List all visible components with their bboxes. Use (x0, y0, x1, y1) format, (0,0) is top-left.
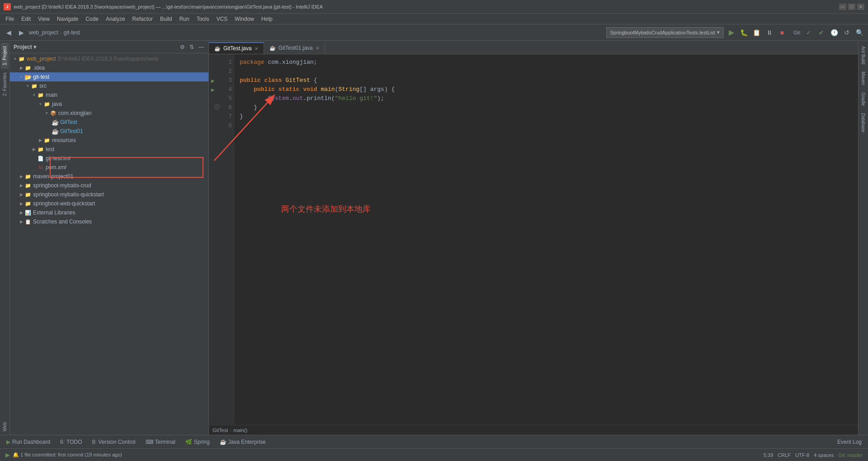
tab-git-test[interactable]: ☕ GitTest.java ✕ (209, 42, 264, 54)
bottom-tab-run-dashboard[interactable]: ▶ Run Dashboard (2, 437, 55, 447)
bottom-tab-terminal[interactable]: ⌨ Terminal (141, 437, 180, 447)
stop-button[interactable]: ■ (777, 28, 787, 38)
nav-forward-button[interactable]: ▶ (16, 28, 26, 38)
breadcrumb-project[interactable]: web_project (29, 29, 58, 36)
tree-item-java-src[interactable]: ▾ 📁 java (10, 100, 208, 109)
menu-vcs[interactable]: VCS (213, 14, 231, 24)
minimize-button[interactable]: — (839, 4, 846, 10)
window-title: web_project [D:\IntelliJ IDEA 2018.3.5\w… (14, 4, 839, 10)
right-tab-maven[interactable]: Maven (859, 68, 867, 89)
breadcrumb-class: GitTest (212, 428, 228, 433)
terminal-label: Terminal (155, 439, 175, 445)
vc-number: 9: (92, 439, 97, 445)
java-enterprise-icon: ☕ (220, 439, 226, 445)
tree-item-maven-project01[interactable]: ▶ 📁 maven-project01 (10, 172, 208, 181)
status-position: 5:39 (764, 452, 773, 458)
panel-settings-button[interactable]: ⚙ (179, 44, 186, 50)
menu-bar: File Edit View Navigate Code Analyze Ref… (0, 14, 868, 24)
status-charset: UTF-8 (795, 452, 809, 458)
event-log-button[interactable]: Event Log (833, 439, 866, 445)
spring-label: Spring (194, 439, 210, 445)
sidebar-tab-project[interactable]: 1: Project (1, 43, 9, 69)
tree-item-resources[interactable]: ▶ 📁 resources (10, 136, 208, 145)
maximize-button[interactable]: ☐ (848, 4, 855, 10)
breadcrumb-module[interactable]: git-test (64, 29, 80, 36)
menu-build[interactable]: Build (156, 14, 176, 24)
tree-item-git-test01-class[interactable]: ☕ GitTest01 (10, 127, 208, 136)
coverage-button[interactable]: 📋 (752, 28, 762, 38)
run-button[interactable]: ▶ (726, 28, 736, 38)
sidebar-tab-web[interactable]: Web (1, 418, 9, 435)
status-run-icon: ▶ (5, 451, 10, 458)
menu-run[interactable]: Run (176, 14, 193, 24)
tree-item-web-project[interactable]: ▾ 📁 web_project D:\IntelliJ IDEA 2018.3.… (10, 54, 208, 63)
close-button[interactable]: ✕ (857, 4, 864, 10)
editor-area: ☕ GitTest.java ✕ ☕ GitTest01.java ✕ ▶ ▶ (209, 41, 858, 435)
code-content[interactable]: package com.xiongjian; public class GitT… (234, 54, 858, 425)
menu-edit[interactable]: Edit (18, 14, 34, 24)
menu-navigate[interactable]: Navigate (53, 14, 82, 24)
panel-close-button[interactable]: — (198, 44, 205, 50)
pause-button[interactable]: ⏸ (764, 28, 774, 38)
menu-refactor[interactable]: Refactor (129, 14, 156, 24)
code-editor[interactable]: ▶ ▶ 1 2 3 4 5 6 ◎ 7 8 (209, 54, 858, 425)
vc-label: Version Control (99, 439, 136, 445)
tree-item-springboot-mybatis-crud[interactable]: ▶ 📁 springboot-mybatis-crud (10, 181, 208, 190)
run-dashboard-icon: ▶ (6, 439, 10, 445)
tree-item-git-test-iml[interactable]: 📄 git-test.iml (10, 154, 208, 163)
git-rollback-button[interactable]: ↺ (842, 28, 852, 38)
right-tab-gradle[interactable]: Gradle (859, 89, 867, 109)
sidebar-tab-favorites[interactable]: 2: Favorites (1, 69, 9, 100)
tree-item-git-test[interactable]: ▾ 📂 git-test (10, 72, 208, 81)
menu-help[interactable]: Help (258, 14, 276, 24)
tree-item-external-libraries[interactable]: ▶ 📊 External Libraries (10, 208, 208, 217)
tree-item-springboot-web-quickstart[interactable]: ▶ 📁 springboot-web-quickstart (10, 199, 208, 208)
menu-view[interactable]: View (34, 14, 53, 24)
nav-back-button[interactable]: ◀ (4, 28, 14, 38)
menu-tools[interactable]: Tools (193, 14, 213, 24)
panel-header: Project ▾ ⚙ ⇅ — (10, 41, 208, 53)
panel-expand-button[interactable]: ⇅ (189, 44, 195, 50)
status-indent: 4 spaces (814, 452, 834, 458)
debug-button[interactable]: 🐛 (739, 28, 749, 38)
bottom-tabs: ▶ Run Dashboard 6: TODO 9: Version Contr… (0, 435, 868, 448)
tree-item-idea[interactable]: ▶ 📁 .idea (10, 63, 208, 72)
git-label: Git: (793, 30, 801, 35)
git-commit-button[interactable]: ✓ (804, 28, 814, 38)
tree-item-pom-xml[interactable]: M pom.xml (10, 163, 208, 172)
todo-label: TODO (66, 439, 82, 445)
menu-file[interactable]: File (2, 14, 18, 24)
menu-code[interactable]: Code (82, 14, 102, 24)
status-crlf: CRLF (778, 452, 791, 458)
project-panel: Project ▾ ⚙ ⇅ — ▾ 📁 web_project D:\Intel… (10, 41, 209, 435)
annotation-text: 两个文件未添加到本地库 (281, 204, 371, 214)
status-commit-message: 🔔 1 file committed: first commit (19 min… (13, 452, 122, 458)
breadcrumb: web_project › git-test (29, 29, 80, 36)
bottom-tab-version-control[interactable]: 9: Version Control (88, 437, 140, 447)
right-tab-ant-build[interactable]: Ant Build (859, 43, 867, 68)
tree-item-springboot-mybatis-quickstart[interactable]: ▶ 📁 springboot-mybatis-quickstart (10, 190, 208, 199)
tree-item-src[interactable]: ▾ 📁 src (10, 81, 208, 90)
tree-item-com-xiongjian[interactable]: ▾ 📦 com.xiongjian (10, 109, 208, 118)
run-config-dropdown[interactable]: SpringbootMybatisCrudApplicationTests.te… (606, 27, 724, 38)
tree-item-scratches-and-consoles[interactable]: ▶ 📋 Scratches and Consoles (10, 217, 208, 226)
tab-java-icon: ☕ (214, 46, 221, 52)
right-tab-database[interactable]: Database (859, 109, 867, 136)
menu-window[interactable]: Window (231, 14, 258, 24)
tab-git-test01[interactable]: ☕ GitTest01.java ✕ (264, 42, 325, 54)
tree-item-main[interactable]: ▾ 📁 main (10, 90, 208, 100)
tab-git-test01-label: GitTest01.java (278, 45, 313, 51)
todo-number: 6: (60, 439, 65, 445)
bottom-tab-todo[interactable]: 6: TODO (56, 437, 86, 447)
menu-analyze[interactable]: Analyze (102, 14, 129, 24)
status-vcs: Git: master (838, 452, 863, 458)
git-push-button[interactable]: ✔ (816, 28, 826, 38)
tree-item-git-test-class[interactable]: ☕ GitTest (10, 118, 208, 127)
bottom-tab-spring[interactable]: 🌿 Spring (181, 437, 214, 447)
tab-close-git-test01[interactable]: ✕ (316, 46, 319, 51)
tab-close-git-test[interactable]: ✕ (255, 46, 258, 51)
tree-item-test-folder[interactable]: ▶ 📁 test (10, 145, 208, 154)
bottom-tab-java-enterprise[interactable]: ☕ Java Enterprise (215, 437, 270, 447)
git-history-button[interactable]: 🕐 (829, 28, 839, 38)
search-button[interactable]: 🔍 (854, 28, 864, 38)
